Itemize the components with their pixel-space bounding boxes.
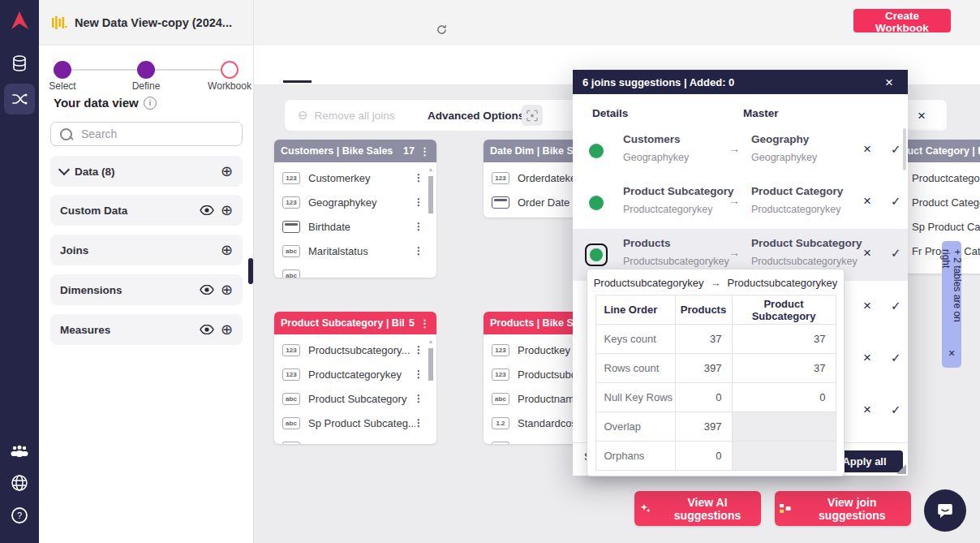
card-menu-icon[interactable]: ⋮	[419, 145, 430, 157]
card-menu-icon[interactable]: ⋮	[419, 317, 430, 330]
number-type-icon: 123	[282, 368, 300, 381]
accept-join-button[interactable]: ✓	[886, 246, 902, 260]
scroll-thumb[interactable]	[428, 348, 433, 381]
reject-join-button[interactable]: ×	[858, 402, 875, 417]
modal-scroll-thumb[interactable]	[903, 128, 906, 170]
field-menu-icon[interactable]: ⋮	[414, 221, 423, 232]
overflow-tab[interactable]: + 2 tables are on right ×	[942, 241, 961, 368]
database-icon[interactable]	[0, 54, 39, 73]
number-type-icon: 123	[282, 196, 300, 209]
accept-join-button[interactable]: ✓	[886, 351, 902, 364]
field-menu-icon[interactable]: ⋮	[414, 245, 423, 256]
modal-resize-handle[interactable]	[896, 464, 906, 474]
table-card-customers[interactable]: Customers | Bike Sales 17 ⋮ 123Customerk…	[274, 140, 436, 278]
panel-scrollbar-thumb[interactable]	[248, 258, 253, 284]
accept-join-button[interactable]: ✓	[886, 142, 902, 156]
field-menu-icon[interactable]: ⋮	[414, 196, 423, 208]
eye-icon[interactable]	[200, 205, 214, 215]
field-row[interactable]: abcProduct Subcategory⋮	[274, 386, 436, 411]
add-icon[interactable]: ⊕	[221, 282, 233, 297]
search-input[interactable]	[80, 127, 229, 141]
table-card-product-subcategory[interactable]: Product Subcategory | Bik... 5 ⋮ 123Prod…	[274, 312, 436, 444]
active-tab-underline	[283, 80, 312, 83]
chevron-down-icon[interactable]	[58, 164, 70, 175]
stats-value-empty	[732, 412, 836, 442]
card-header[interactable]: Product Subcategory | Bik... 5 ⋮	[274, 312, 436, 334]
eye-icon[interactable]	[200, 285, 214, 295]
fit-view-button[interactable]	[522, 105, 543, 126]
sidebar-section-measures[interactable]: Measures ⊕	[50, 314, 243, 345]
field-menu-icon[interactable]: ⋮	[414, 417, 423, 429]
modal-close-icon[interactable]: ×	[880, 75, 898, 90]
add-icon[interactable]: ⊕	[221, 243, 233, 257]
step-dot-workbook[interactable]	[221, 61, 239, 79]
field-row[interactable]: 123Geographykey⋮	[274, 190, 436, 214]
step-dot-select[interactable]	[54, 61, 71, 79]
popover-title: Productsubcategorykey → Productsubcatego…	[587, 269, 844, 289]
card-scrollbar[interactable]: ▲▼	[426, 166, 436, 278]
add-icon[interactable]: ⊕	[221, 203, 233, 218]
field-row[interactable]: abcFr Product Subcat...	[274, 435, 436, 444]
detail-key: Productcategorykey	[623, 204, 712, 215]
field-menu-icon[interactable]: ⋮	[414, 393, 423, 404]
accept-join-button[interactable]: ✓	[886, 299, 902, 312]
scroll-up-icon[interactable]: ▲	[428, 166, 434, 174]
stats-row-label: Overlap	[595, 412, 675, 442]
remove-all-joins-button[interactable]: ⊖ Remove all joins	[291, 100, 402, 131]
card-header[interactable]: Customers | Bike Sales 17 ⋮	[274, 140, 436, 162]
field-row[interactable]: abcSp Product Subcateg...⋮	[274, 411, 436, 435]
field-row[interactable]: Birthdate⋮	[274, 214, 436, 239]
field-count-badge: 5	[409, 317, 415, 329]
card-scrollbar[interactable]: ▲▼	[426, 338, 436, 444]
modal-header[interactable]: 6 joins suggestions | Added: 0 ×	[573, 70, 908, 94]
logo-icon[interactable]	[0, 9, 39, 32]
popover-key-right: Productsubcategorykey	[728, 277, 838, 289]
nav-rail: ?	[0, 0, 39, 543]
info-icon[interactable]: i	[144, 97, 157, 110]
reject-join-button[interactable]: ×	[858, 298, 875, 313]
field-row[interactable]: abc	[274, 263, 436, 278]
scroll-up-icon[interactable]: ▲	[428, 338, 434, 346]
view-join-suggestions-button[interactable]: View join suggestions	[775, 491, 911, 526]
sidebar-section-custom-data[interactable]: Custom Data ⊕	[50, 195, 243, 226]
overflow-tab-close-icon[interactable]: ×	[945, 347, 958, 360]
reject-join-button[interactable]: ×	[858, 141, 875, 157]
field-row[interactable]: 123Productsubcategory...⋮	[274, 338, 436, 362]
sidebar-section-dimensions[interactable]: Dimensions ⊕	[50, 274, 243, 305]
text-type-icon: abc	[282, 417, 300, 429]
refresh-icon[interactable]	[436, 24, 447, 38]
stats-value: 0	[675, 442, 732, 471]
team-icon[interactable]	[0, 445, 39, 458]
sidebar-section-joins[interactable]: Joins ⊕	[50, 235, 243, 265]
chat-button[interactable]	[924, 489, 966, 532]
field-menu-icon[interactable]: ⋮	[414, 172, 423, 183]
globe-icon[interactable]	[0, 473, 39, 493]
joins-nav-button[interactable]	[4, 84, 35, 114]
suggestion-row[interactable]: Customers Geographykey → Geography Geogr…	[573, 125, 908, 177]
stats-value: 37	[675, 325, 732, 354]
field-menu-icon[interactable]: ⋮	[414, 368, 423, 380]
help-icon[interactable]: ?	[0, 506, 39, 525]
search-box[interactable]	[50, 122, 243, 146]
eye-icon[interactable]	[200, 325, 214, 334]
field-row[interactable]: abcMaritalstatus⋮	[274, 239, 436, 263]
field-menu-icon[interactable]: ⋮	[414, 344, 423, 356]
view-ai-suggestions-button[interactable]: View AI suggestions	[634, 491, 761, 526]
accept-join-button[interactable]: ✓	[886, 403, 902, 416]
create-workbook-button[interactable]: Create Workbook	[853, 9, 951, 32]
add-icon[interactable]: ⊕	[221, 322, 233, 337]
field-row[interactable]: 123Customerkey⋮	[274, 166, 436, 190]
scroll-thumb[interactable]	[428, 176, 433, 213]
sidebar-section-data[interactable]: Data (8) ⊕	[50, 156, 243, 187]
detail-table-name: Product Subcategory	[623, 185, 734, 197]
reject-join-button[interactable]: ×	[858, 350, 875, 365]
reject-join-button[interactable]: ×	[858, 193, 875, 209]
master-table-name: Product Subcategory	[751, 237, 862, 249]
panel-header: New Data View-copy (2024...	[39, 0, 253, 45]
step-dot-define[interactable]	[137, 61, 155, 79]
accept-join-button[interactable]: ✓	[886, 194, 902, 208]
suggestion-row[interactable]: Product Subcategory Productcategorykey →…	[573, 177, 908, 229]
field-row[interactable]: 123Productcategorykey⋮	[274, 362, 436, 386]
reject-join-button[interactable]: ×	[858, 245, 875, 261]
add-icon[interactable]: ⊕	[221, 164, 233, 179]
